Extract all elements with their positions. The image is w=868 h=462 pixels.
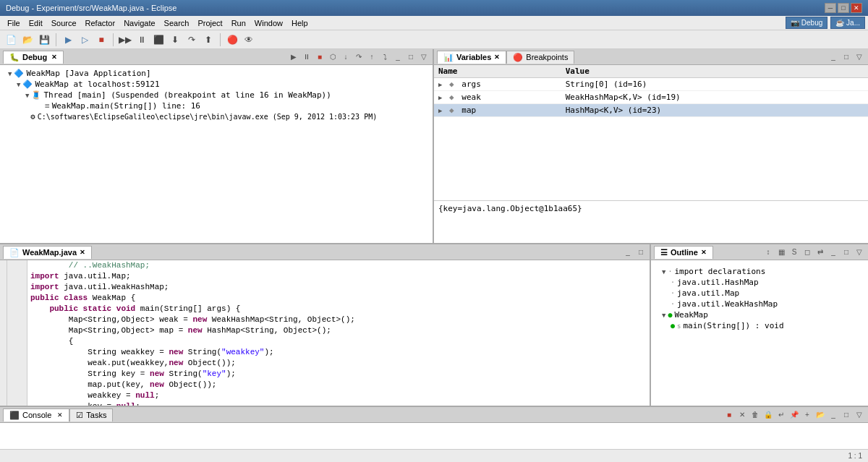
resume-icon[interactable]: ▶ <box>288 51 299 63</box>
main-layout: 🐛 Debug ✕ ▶ ⏸ ■ ⬡ ↓ ↷ ↑ ⤵ _ □ ▽ <box>0 49 868 462</box>
outline-map[interactable]: · java.util.Map <box>657 288 862 299</box>
tree-item-thread[interactable]: ▼ 🧵 Thread [main] (Suspended (breakpoint… <box>3 90 430 100</box>
sync-icon[interactable]: ⇄ <box>814 247 826 258</box>
terminate-icon[interactable]: ■ <box>314 51 326 63</box>
debug-tab-close[interactable]: ✕ <box>51 54 57 61</box>
minimize-icon[interactable]: _ <box>392 51 404 63</box>
step-over-icon[interactable]: ↷ <box>353 51 365 63</box>
variables-tab[interactable]: 📊 Variables ✕ <box>437 51 506 64</box>
console-tab-close[interactable]: ✕ <box>57 411 63 419</box>
var-row-weak[interactable]: ▶ ◆ weak WeakHashMap<K,V> (id=19) <box>434 91 868 104</box>
var-row-map[interactable]: ▶ ◆ map HashMap<K,V> (id=23) <box>434 104 868 117</box>
minimize-button[interactable]: ─ <box>825 3 836 13</box>
outline-minimize-icon[interactable]: _ <box>827 247 839 258</box>
editor-tab-close[interactable]: ✕ <box>80 249 85 256</box>
var-row-args[interactable]: ▶ ◆ args String[0] (id=16) <box>434 78 868 91</box>
console-clear-btn[interactable]: 🗑 <box>749 409 761 421</box>
suspend-btn[interactable]: ⏸ <box>134 32 150 48</box>
outline-tab-close[interactable]: ✕ <box>701 249 707 256</box>
var-minimize-icon[interactable]: _ <box>827 51 839 63</box>
menu-source[interactable]: Source <box>47 17 81 29</box>
menu-file[interactable]: File <box>3 17 25 29</box>
save-btn[interactable]: 💾 <box>36 32 52 48</box>
tree-item-connection[interactable]: ▼ 🔷 WeakMap at localhost:59121 <box>3 79 430 90</box>
hide-fields-icon[interactable]: ▦ <box>775 247 787 258</box>
drop-to-frame-icon[interactable]: ⤵ <box>379 51 391 63</box>
hide-static-icon[interactable]: S <box>788 247 800 258</box>
editor-maximize-icon[interactable]: □ <box>635 247 647 258</box>
new-btn[interactable]: 📄 <box>3 32 19 48</box>
debug-run-btn[interactable]: ▶ <box>60 32 76 48</box>
weak-expand[interactable]: ▶ <box>438 94 442 101</box>
editor-content[interactable]: ➤ <box>0 260 650 406</box>
editor-minimize-icon[interactable]: _ <box>622 247 634 258</box>
view-menu-icon[interactable]: ▽ <box>418 51 430 63</box>
run-btn[interactable]: ▷ <box>77 32 93 48</box>
hide-nondef-icon[interactable]: ◻ <box>801 247 813 258</box>
console-tab[interactable]: ⬛ Console ✕ <box>3 408 69 422</box>
watch-btn[interactable]: 👁 <box>241 32 257 48</box>
outline-tab[interactable]: ☰ Outline ✕ <box>654 246 713 259</box>
console-menu-btn[interactable]: ▽ <box>854 409 865 421</box>
outline-main-method[interactable]: ● s main(String[]) : void <box>657 320 862 331</box>
debug-perspective-btn[interactable]: 📷 Debug <box>786 17 827 29</box>
maximize-button[interactable]: □ <box>838 3 849 13</box>
console-new-btn[interactable]: + <box>801 409 813 421</box>
outline-menu-icon[interactable]: ▽ <box>854 247 865 258</box>
open-btn[interactable]: 📂 <box>20 32 35 48</box>
menu-navigate[interactable]: Navigate <box>119 17 159 29</box>
args-expand[interactable]: ▶ <box>438 81 442 88</box>
menu-run[interactable]: Run <box>227 17 250 29</box>
sort-icon[interactable]: ↕ <box>762 247 774 258</box>
tree-item-process[interactable]: ⚙ C:\softwares\EclipseGalileo\eclipse\jr… <box>3 111 430 122</box>
map-expand[interactable]: ▶ <box>438 107 442 114</box>
console-maximize-btn[interactable]: □ <box>841 409 852 421</box>
console-pin-btn[interactable]: 📌 <box>788 409 800 421</box>
terminate-btn[interactable]: ⬛ <box>150 32 166 48</box>
tasks-tab[interactable]: ☑ Tasks <box>69 408 113 422</box>
tree-item-frame[interactable]: ≡ WeakMap.main(String[]) line: 16 <box>3 100 430 111</box>
method-visibility: s <box>677 322 681 330</box>
code-text[interactable]: // ..WeakHashMap; import java.util.Map; … <box>27 260 650 406</box>
java-perspective-btn[interactable]: ☕ Ja... <box>830 17 865 29</box>
menu-project[interactable]: Project <box>193 17 226 29</box>
outline-maximize-icon[interactable]: □ <box>841 247 852 258</box>
close-button[interactable]: ✕ <box>851 3 862 13</box>
outline-weakhashmap[interactable]: · java.util.WeakHashMap <box>657 299 862 309</box>
menu-search[interactable]: Search <box>160 17 194 29</box>
menu-help[interactable]: Help <box>287 17 312 29</box>
suspend-icon[interactable]: ⏸ <box>301 51 312 63</box>
console-toolbar: ■ ✕ 🗑 🔒 ↵ 📌 + 📂 _ □ ▽ <box>723 409 865 421</box>
step-over-btn[interactable]: ↷ <box>184 32 200 48</box>
outline-weakmap-class[interactable]: ▼ ● WeakMap <box>657 309 862 320</box>
outline-imports[interactable]: ▼ · import declarations <box>657 266 862 277</box>
step-return-btn[interactable]: ⬆ <box>200 32 216 48</box>
disconnect-icon[interactable]: ⬡ <box>327 51 339 63</box>
import-icon-2: · <box>671 289 675 297</box>
menu-edit[interactable]: Edit <box>25 17 47 29</box>
sep3 <box>220 33 221 46</box>
var-menu-icon[interactable]: ▽ <box>854 51 865 63</box>
stop-btn[interactable]: ■ <box>93 32 109 48</box>
step-into-icon[interactable]: ↓ <box>340 51 352 63</box>
resume-btn[interactable]: ▶▶ <box>117 32 133 48</box>
debug-tab[interactable]: 🐛 Debug ✕ <box>3 51 64 64</box>
step-into-btn[interactable]: ⬇ <box>167 32 183 48</box>
tree-item-app[interactable]: ▼ 🔷 WeakMap [Java Application] <box>3 68 430 79</box>
maximize-icon[interactable]: □ <box>405 51 417 63</box>
editor-tab-weakmap[interactable]: 📄 WeakMap.java ✕ <box>3 246 92 259</box>
console-minimize-btn[interactable]: _ <box>827 409 839 421</box>
console-word-wrap-btn[interactable]: ↵ <box>775 409 787 421</box>
menu-refactor[interactable]: Refactor <box>81 17 120 29</box>
breakpoint-btn[interactable]: 🔴 <box>224 32 240 48</box>
step-return-icon[interactable]: ↑ <box>366 51 378 63</box>
outline-hashmap[interactable]: · java.util.HashMap <box>657 277 862 288</box>
console-remove-btn[interactable]: ✕ <box>736 409 748 421</box>
variables-tab-close[interactable]: ✕ <box>494 54 500 61</box>
console-open-btn[interactable]: 📂 <box>814 409 826 421</box>
menu-window[interactable]: Window <box>250 17 287 29</box>
console-scroll-lock-btn[interactable]: 🔒 <box>762 409 774 421</box>
console-terminate-btn[interactable]: ■ <box>723 409 735 421</box>
var-maximize-icon[interactable]: □ <box>841 51 852 63</box>
breakpoints-tab[interactable]: 🔴 Breakpoints <box>506 51 574 64</box>
